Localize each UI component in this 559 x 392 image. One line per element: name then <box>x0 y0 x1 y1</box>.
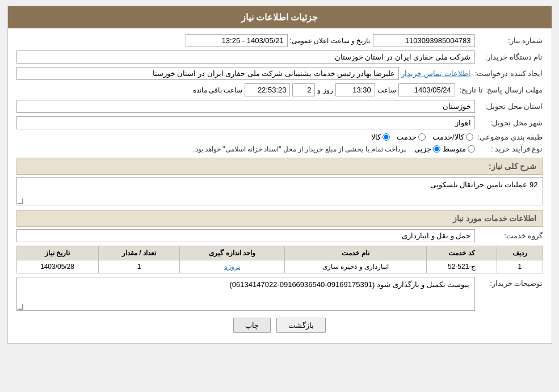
purchase-type-radio-1[interactable] <box>433 145 440 153</box>
announcement-date-label: تاریخ و ساعت اعلان عمومی: <box>290 37 371 45</box>
response-deadline-label: مهلت ارسال پاسخ: تا تاریخ: <box>455 86 543 94</box>
col-row-num: ردیف <box>497 246 543 260</box>
buyer-org-row: نام دستگاه خریدار: شرکت ملی حفاری ایران … <box>16 50 543 64</box>
col-unit: واحد اندازه گیری <box>180 246 284 260</box>
page-header: جزئیات اطلاعات نیاز <box>8 6 552 28</box>
category-radio-1[interactable] <box>383 133 390 141</box>
response-date-value: 1403/05/24 <box>398 83 455 96</box>
purchase-type-group: متوسط جزیی پرداخت تمام یا بخشی از مبلغ خ… <box>16 145 475 153</box>
buyer-description-value: پیوست تکمیل و بارگذاری شود (09169175391-… <box>16 277 475 311</box>
response-remaining-label: ساعت باقی مانده <box>193 86 243 94</box>
need-number-group: 1103093985004783 تاریخ و ساعت اعلان عموم… <box>16 34 475 47</box>
need-description-value: 92 عملیات تامین جراتقال تلسکوپی <box>16 177 543 205</box>
buyer-org-value: شرکت ملی حفاری ایران در استان خوزستان <box>16 50 475 64</box>
need-description-area: 92 عملیات تامین جراتقال تلسکوپی <box>16 177 543 205</box>
need-number-value: 1103093985004783 <box>373 34 475 47</box>
response-time-label: ساعت <box>377 86 396 94</box>
buyer-description-row: توصیحات خریدار: پیوست تکمیل و بارگذاری ش… <box>16 277 543 311</box>
category-radio-2[interactable] <box>418 133 426 141</box>
services-section-label: اطلاعات خدمات مورد نیاز <box>453 214 537 223</box>
table-row: 1 ج-521-52 انبارداری و ذخیره سازی پروژه … <box>16 260 543 273</box>
col-service-name: نام خدمت <box>284 246 426 260</box>
delivery-province-value: خوزستان <box>16 100 475 113</box>
resize-handle-icon-2 <box>18 304 23 310</box>
purchase-type-label: نوع فرآیند خرید : <box>475 145 543 153</box>
need-number-label: شماره نیاز: <box>475 36 543 45</box>
buyer-description-wrapper: پیوست تکمیل و بارگذاری شود (09169175391-… <box>16 277 475 311</box>
content-area: شماره نیاز: 1103093985004783 تاریخ و ساع… <box>8 28 552 343</box>
purchase-type-option-1[interactable]: جزیی <box>414 145 440 153</box>
purchase-type-option-2[interactable]: متوسط <box>443 145 475 153</box>
service-group-row: گروه خدمت: حمل و نقل و انبارداری <box>16 229 543 242</box>
response-deadline-row: مهلت ارسال پاسخ: تا تاریخ: 1403/05/24 سا… <box>16 83 543 96</box>
print-button[interactable]: چاپ <box>233 318 271 333</box>
delivery-city-value: اهواز <box>16 116 475 129</box>
page-container: جزئیات اطلاعات نیاز شماره نیاز: 11030939… <box>7 6 552 344</box>
category-radio-group: کالا/خدمت خدمت کالا <box>371 133 473 141</box>
requester-label: ایجاد کننده درخواست: <box>470 69 543 78</box>
buyer-description-area: پیوست تکمیل و بارگذاری شود (09169175391-… <box>16 277 475 311</box>
buttons-row: چاپ بازگشت <box>16 318 543 333</box>
purchase-type-row: نوع فرآیند خرید : متوسط جزیی پرداخت تمام… <box>16 145 543 153</box>
resize-handle-icon <box>18 199 23 204</box>
need-description-label: شرح کلی نیاز: <box>489 162 536 171</box>
col-date: تاریخ نیاز <box>16 246 98 260</box>
services-section-header: اطلاعات خدمات مورد نیاز <box>16 210 543 227</box>
buyer-description-label: توصیحات خریدار: <box>475 277 543 288</box>
requester-contact-link[interactable]: اطلاعات تماس خریدار <box>401 69 470 78</box>
col-quantity: تعداد / مقدار <box>98 246 180 260</box>
delivery-city-label: شهر محل تحویل: <box>475 119 543 127</box>
requester-value: علیرضا بهادر رئیس خدمات پشتیبانی شرکت مل… <box>16 67 400 80</box>
response-deadline-group: 1403/05/24 ساعت 13:30 روز و 2 22:53:23 س… <box>16 83 455 96</box>
cell-unit: پروژه <box>180 260 284 273</box>
delivery-city-row: شهر محل تحویل: اهواز <box>16 116 543 129</box>
response-time-value: 13:30 <box>335 83 375 96</box>
delivery-province-row: استان محل تحویل: خوزستان <box>16 100 543 113</box>
requester-group: اطلاعات تماس خریدار علیرضا بهادر رئیس خد… <box>16 67 470 80</box>
response-days-value: 2 <box>292 83 315 96</box>
category-option-3[interactable]: کالا/خدمت <box>432 133 473 141</box>
category-row: طبقه بندی موضوعی: کالا/خدمت خدمت کالا <box>16 133 543 141</box>
purchase-type-radio-2[interactable] <box>468 145 475 153</box>
page-title: جزئیات اطلاعات نیاز <box>241 12 318 22</box>
service-group-label: گروه خدمت: <box>475 231 543 240</box>
cell-date: 1403/05/28 <box>16 260 98 273</box>
category-label: طبقه بندی موضوعی: <box>473 133 543 141</box>
purchase-type-note: پرداخت تمام یا بخشی از مبلغ خریدار از مح… <box>193 145 406 153</box>
cell-service-code: ج-521-52 <box>427 260 497 273</box>
announcement-date-value: 1403/05/21 - 13:25 <box>186 34 288 47</box>
back-button[interactable]: بازگشت <box>276 318 326 333</box>
delivery-province-label: استان محل تحویل: <box>475 102 543 111</box>
cell-row-num: 1 <box>497 260 543 273</box>
cell-quantity: 1 <box>98 260 180 273</box>
category-radio-3[interactable] <box>466 133 473 141</box>
services-table: ردیف کد خدمت نام خدمت واحد اندازه گیری ت… <box>16 246 543 273</box>
cell-service-name: انبارداری و ذخیره سازی <box>284 260 426 273</box>
response-remaining-value: 22:53:23 <box>245 83 290 96</box>
category-option-2[interactable]: خدمت <box>397 133 426 141</box>
need-description-section-header: شرح کلی نیاز: <box>16 158 543 175</box>
category-option-1[interactable]: کالا <box>371 133 390 141</box>
service-group-value: حمل و نقل و انبارداری <box>16 229 475 242</box>
need-number-row: شماره نیاز: 1103093985004783 تاریخ و ساع… <box>16 34 543 47</box>
response-days-label: روز و <box>317 86 333 94</box>
requester-row: ایجاد کننده درخواست: اطلاعات تماس خریدار… <box>16 67 543 80</box>
buyer-org-label: نام دستگاه خریدار: <box>475 53 543 61</box>
col-service-code: کد خدمت <box>427 246 497 260</box>
